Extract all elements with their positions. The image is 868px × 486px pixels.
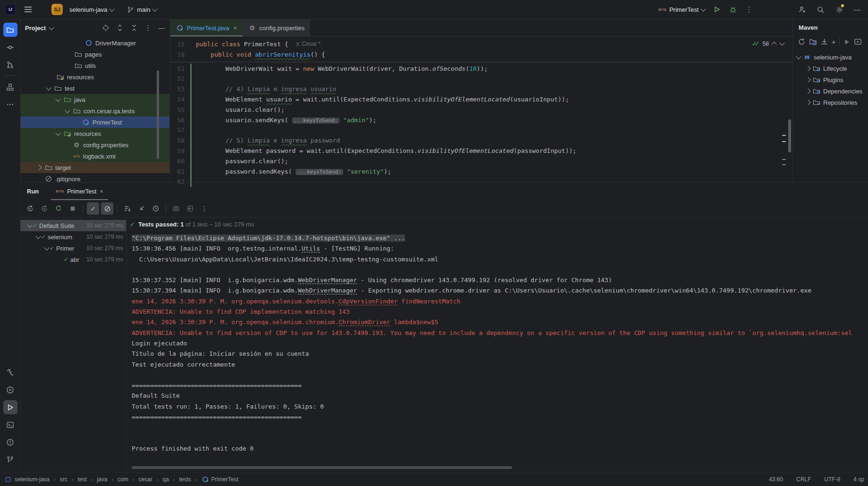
code-line-55[interactable]: 55 usuario.clear(); xyxy=(170,105,792,115)
stripe-services-button[interactable] xyxy=(3,383,17,397)
maven-node-plugins[interactable]: Plugins xyxy=(793,74,868,85)
maven-run-icon[interactable] xyxy=(843,38,851,46)
project-item-config-properties[interactable]: ⚙config.properties xyxy=(20,139,169,151)
project-options-icon[interactable]: ⋮ xyxy=(144,24,152,32)
close-tab-icon[interactable]: × xyxy=(234,25,237,32)
breadcrumb-java[interactable]: java xyxy=(97,476,107,483)
chevron-expanded-icon[interactable] xyxy=(27,222,32,227)
expand-collapse-icon[interactable] xyxy=(116,24,124,32)
chevron-expanded-icon[interactable] xyxy=(44,245,49,250)
import-test-results-button[interactable] xyxy=(184,202,196,215)
close-tab-icon[interactable]: × xyxy=(100,188,103,195)
stripe-pull-requests-button[interactable] xyxy=(3,58,17,72)
project-avatar[interactable]: SJ xyxy=(51,4,63,15)
status-widget-43-60[interactable]: 43:60 xyxy=(769,476,783,483)
test-history-button[interactable] xyxy=(150,202,162,215)
stop-button[interactable] xyxy=(67,202,79,215)
stripe-structure-button[interactable] xyxy=(3,80,17,94)
project-panel-title[interactable]: Project xyxy=(25,25,46,32)
code-line-18[interactable]: 18 public void abrirSerenityis() { xyxy=(170,50,792,60)
rerun-failed-tests-button[interactable] xyxy=(38,202,51,215)
project-selector[interactable]: selenium-java xyxy=(69,6,114,13)
code-line-53[interactable]: 53 // 4) Limpia e ingresa usuario xyxy=(170,84,792,94)
next-problem-icon[interactable] xyxy=(779,40,784,45)
project-item-pages[interactable]: pages xyxy=(20,49,169,60)
sort-tests-button[interactable] xyxy=(121,202,134,215)
maven-node-lifecycle[interactable]: Lifecycle xyxy=(793,63,868,74)
project-item-utils[interactable]: utils xyxy=(20,60,169,71)
more-actions-icon[interactable]: ⋮ xyxy=(745,5,753,14)
breadcrumb-cesar[interactable]: cesar xyxy=(138,476,152,483)
show-ignored-toggle[interactable] xyxy=(101,202,113,215)
breadcrumb-test[interactable]: test xyxy=(77,476,86,483)
run-button[interactable] xyxy=(713,5,721,14)
hide-panel-icon[interactable]: — xyxy=(158,24,165,32)
rerun-tests-button[interactable] xyxy=(24,202,36,215)
rerun-with-coverage-button[interactable] xyxy=(52,202,65,215)
project-item-logback-xml[interactable]: </>logback.xml xyxy=(20,151,169,162)
chevron-expanded-icon[interactable] xyxy=(46,85,51,90)
collapse-all-icon[interactable] xyxy=(130,24,138,32)
settings-gear-icon[interactable] xyxy=(835,5,843,14)
code-line-56[interactable]: 56 usuario.sendKeys( ...keysToSend: "adm… xyxy=(170,115,792,126)
editor-scrollbar[interactable] xyxy=(788,119,791,152)
run-configuration-selector[interactable]: NTG PrimerTest xyxy=(658,6,705,13)
select-opened-file-icon[interactable] xyxy=(102,24,110,32)
breadcrumb-selenium-java[interactable]: selenium-java xyxy=(15,476,50,483)
run-console[interactable]: ✓ Tests passed: 1 of 1 test – 10 sec 279… xyxy=(126,217,868,472)
stripe-git-button[interactable] xyxy=(3,452,17,467)
chevron-expanded-icon[interactable] xyxy=(796,54,801,59)
status-widget-crlf[interactable]: CRLF xyxy=(796,476,811,483)
chevron-expanded-icon[interactable] xyxy=(55,96,60,101)
stripe-terminal-button[interactable] xyxy=(3,418,17,432)
project-item-resources[interactable]: resources xyxy=(20,71,169,83)
stripe-commit-button[interactable] xyxy=(3,40,17,54)
stripe-run-button[interactable] xyxy=(3,400,17,414)
chevron-expanded-icon[interactable] xyxy=(55,130,60,135)
code-line-54[interactable]: 54 WebElement usuario = wait.until(Expec… xyxy=(170,94,792,105)
project-item-primertest[interactable]: PrimerTest xyxy=(20,117,169,128)
run-tab-primertest[interactable]: NTG PrimerTest × xyxy=(51,183,108,200)
maven-add-icon[interactable]: + xyxy=(832,38,836,46)
code-line-58[interactable]: 58 // 5) Limpia e ingresa password xyxy=(170,135,792,146)
test-node-selenium[interactable]: ✓selenium10 sec 279 ms xyxy=(20,231,126,243)
editor-tab-config-properties[interactable]: ⚙config.properties xyxy=(243,19,310,36)
project-item-com-cesar-qa-tests[interactable]: com.cesar.qa.tests xyxy=(20,105,169,117)
breadcrumb-com[interactable]: com xyxy=(118,476,128,483)
branch-selector[interactable]: main xyxy=(127,6,157,13)
project-item-gitignore[interactable]: .gitignore xyxy=(20,173,169,182)
project-item-test[interactable]: test xyxy=(20,83,169,94)
editor-tab-primertest-java[interactable]: PrimerTest.java× xyxy=(170,19,243,36)
stripe-problems-button[interactable] xyxy=(3,435,17,449)
breadcrumb-primertest[interactable]: PrimerTest xyxy=(202,476,238,483)
screenshot-button[interactable] xyxy=(170,202,182,215)
project-scrollbar[interactable] xyxy=(157,70,159,159)
debug-button[interactable] xyxy=(729,5,737,14)
breadcrumb-src[interactable]: src xyxy=(60,476,67,483)
chevron-collapsed-icon[interactable] xyxy=(36,165,42,170)
project-item-resources[interactable]: resources xyxy=(20,128,169,139)
code-line-57[interactable]: 57 xyxy=(170,125,792,135)
prev-problem-icon[interactable] xyxy=(771,42,776,47)
stripe-more-tools-button[interactable] xyxy=(3,97,17,111)
project-item-drivermanager[interactable]: DriverManager xyxy=(20,37,169,49)
show-passed-toggle[interactable]: ✓ xyxy=(87,202,99,215)
breadcrumb-qa[interactable]: qa xyxy=(162,476,169,483)
chevron-collapsed-icon[interactable] xyxy=(805,100,810,105)
main-menu-icon[interactable] xyxy=(23,5,34,14)
author-code-vision[interactable]: Cesar * xyxy=(295,39,321,50)
run-window-title[interactable]: Run xyxy=(27,188,39,195)
chevron-collapsed-icon[interactable] xyxy=(805,88,810,93)
navigate-test-button[interactable] xyxy=(135,202,148,215)
stripe-build-button[interactable] xyxy=(3,365,17,379)
chevron-collapsed-icon[interactable] xyxy=(805,77,810,82)
inspection-widget[interactable]: ✓✓ 58 xyxy=(752,40,784,47)
console-horizontal-scrollbar[interactable] xyxy=(132,466,512,469)
code-line-51[interactable]: 51 WebDriverWait wait = new WebDriverWai… xyxy=(170,64,792,74)
code-with-me-icon[interactable] xyxy=(797,5,806,14)
run-options-icon[interactable]: ⋮ xyxy=(198,202,211,215)
project-item-target[interactable]: target xyxy=(20,162,169,173)
code-line-61[interactable]: 61 password.sendKeys( ...keysToSend: "se… xyxy=(170,167,792,177)
editor-code[interactable]: 51 WebDriverWait wait = new WebDriverWai… xyxy=(170,62,792,187)
stripe-project-button[interactable] xyxy=(3,23,17,37)
